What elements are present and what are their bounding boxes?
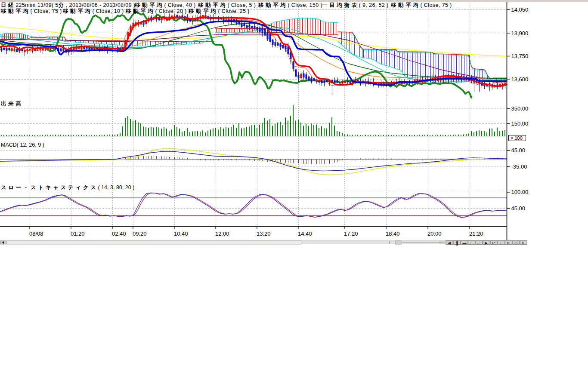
svg-text:移動平均( Close, 20 ): 移動平均( Close, 20 ) xyxy=(125,8,187,14)
svg-text:出来高: 出来高 xyxy=(1,101,23,107)
svg-text:× 100: × 100 xyxy=(511,135,523,141)
svg-text:一目均衡表( 9, 26, 52 ): 一目均衡表( 9, 26, 52 ) xyxy=(322,2,389,8)
svg-text:移動平均( Close, 25 ): 移動平均( Close, 25 ) xyxy=(188,8,250,14)
svg-text:13,900: 13,900 xyxy=(511,30,529,37)
svg-text:移動平均( Close, 40 ): 移動平均( Close, 40 ) xyxy=(134,2,196,8)
svg-text:08/08: 08/08 xyxy=(29,230,43,237)
svg-text:100.00: 100.00 xyxy=(511,189,529,195)
svg-text:-35.00: -35.00 xyxy=(511,163,527,170)
svg-text:–: – xyxy=(477,241,480,245)
svg-text:↓: ↓ xyxy=(470,241,472,245)
svg-text:移動平均( Close, 75 ): 移動平均( Close, 75 ) xyxy=(0,8,62,14)
svg-text:移動平均( Close, 5 ): 移動平均( Close, 5 ) xyxy=(198,2,256,8)
svg-text:12:00: 12:00 xyxy=(215,230,229,237)
svg-text:×: × xyxy=(522,241,524,245)
svg-text:▐: ▐ xyxy=(455,240,458,246)
svg-text:13,750: 13,750 xyxy=(511,53,529,59)
svg-text:01:20: 01:20 xyxy=(71,230,85,237)
svg-text:スロー・ストキャスティクス( 14, 3, 80, 20 ): スロー・ストキャスティクス( 14, 3, 80, 20 ) xyxy=(1,184,134,190)
svg-text:L: L xyxy=(499,241,501,245)
svg-text:13,600: 13,600 xyxy=(511,76,529,83)
svg-text:14,050: 14,050 xyxy=(511,6,529,13)
svg-text:MACD( 12, 26, 9 ): MACD( 12, 26, 9 ) xyxy=(1,142,44,148)
svg-text:45.00: 45.00 xyxy=(511,147,526,154)
svg-text:移動平均( Close, 150 ): 移動平均( Close, 150 ) xyxy=(258,2,322,8)
svg-text:18:40: 18:40 xyxy=(386,230,400,237)
svg-text:▬: ▬ xyxy=(462,241,466,245)
svg-text:移動平均( Close, 10 ): 移動平均( Close, 10 ) xyxy=(62,8,124,14)
svg-text:▶: ▶ xyxy=(485,241,488,245)
svg-text:17:20: 17:20 xyxy=(344,230,358,237)
svg-text:移動平均( Close, 75 ): 移動平均( Close, 75 ) xyxy=(390,2,452,8)
svg-text:45.00: 45.00 xyxy=(511,205,526,212)
svg-text:R: R xyxy=(507,241,510,245)
svg-text:◀: ◀ xyxy=(448,241,451,245)
svg-text:⊙: ⊙ xyxy=(514,241,518,245)
svg-text:09:20: 09:20 xyxy=(133,230,147,237)
svg-text:14:40: 14:40 xyxy=(298,230,312,237)
svg-text:21:20: 21:20 xyxy=(469,230,483,237)
svg-text:10:40: 10:40 xyxy=(174,230,188,237)
svg-text:350.00: 350.00 xyxy=(511,105,529,112)
svg-text:02:40: 02:40 xyxy=(112,230,126,237)
svg-text:P: P xyxy=(492,241,495,245)
svg-text:13:20: 13:20 xyxy=(257,230,271,237)
svg-text:150.00: 150.00 xyxy=(511,120,529,127)
svg-text:20:00: 20:00 xyxy=(427,230,442,237)
svg-text:日経225mini 13/09( 5分, 2013/08/0: 日経225mini 13/09( 5分, 2013/08/06 - 2013/0… xyxy=(1,2,135,8)
